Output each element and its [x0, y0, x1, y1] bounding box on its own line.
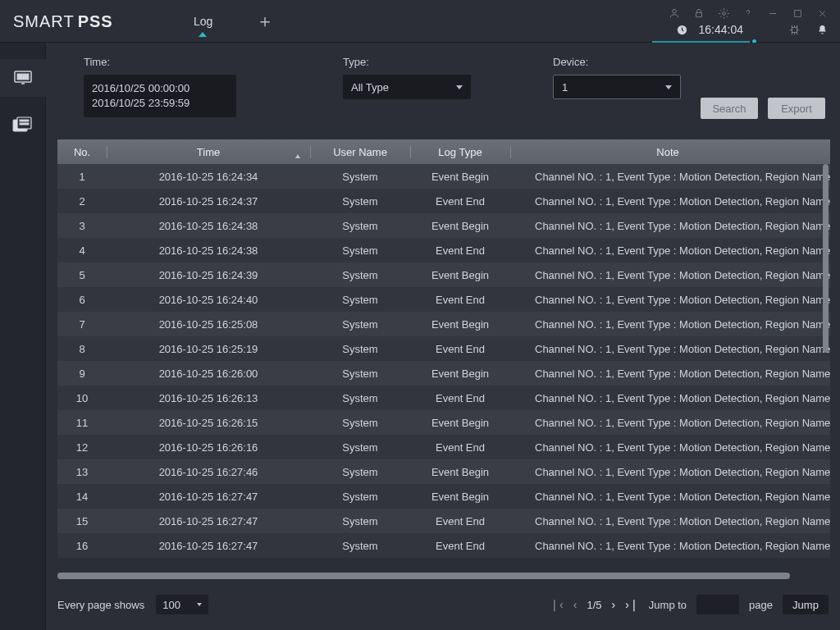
tab-log-label: Log	[194, 15, 212, 28]
page-first-icon[interactable]: ❘‹	[550, 598, 564, 611]
table-row[interactable]: 42016-10-25 16:24:38SystemEvent EndChann…	[57, 238, 830, 262]
cell-no: 11	[57, 417, 107, 429]
help-icon[interactable]	[742, 7, 755, 20]
cell-no: 4	[57, 244, 107, 257]
page-prev-icon[interactable]: ‹	[573, 598, 578, 611]
tab-log[interactable]: Log	[158, 0, 249, 43]
table-row[interactable]: 32016-10-25 16:24:38SystemEvent BeginCha…	[57, 213, 830, 238]
col-time[interactable]: Time	[107, 146, 310, 158]
cell-time: 2016-10-25 16:24:34	[107, 171, 310, 183]
svg-point-0	[673, 9, 677, 13]
cell-type: Event Begin	[410, 466, 510, 478]
tab-add-button[interactable]: ＋	[249, 0, 281, 43]
table-row[interactable]: 72016-10-25 16:25:08SystemEvent BeginCha…	[57, 312, 830, 336]
type-select-value: All Type	[351, 81, 389, 94]
export-button[interactable]: Export	[768, 98, 825, 119]
cell-user: System	[310, 294, 410, 306]
cell-no: 7	[57, 318, 107, 331]
table-row[interactable]: 152016-10-25 16:27:47SystemEvent EndChan…	[57, 509, 830, 533]
table-row[interactable]: 122016-10-25 16:26:16SystemEvent EndChan…	[57, 435, 830, 459]
cell-no: 8	[57, 343, 107, 355]
table-row[interactable]: 142016-10-25 16:27:47SystemEvent BeginCh…	[57, 484, 830, 509]
cell-no: 14	[57, 491, 107, 503]
horizontal-scrollbar[interactable]	[57, 573, 820, 579]
vertical-scrollbar[interactable]	[823, 164, 829, 571]
page-info: 1/5	[587, 599, 601, 611]
close-icon[interactable]	[815, 7, 829, 20]
cell-note: Channel NO. : 1, Event Type : Motion Det…	[510, 220, 830, 232]
cell-note: Channel NO. : 1, Event Type : Motion Det…	[510, 294, 830, 306]
page-last-icon[interactable]: ›❘	[625, 598, 639, 611]
table-row[interactable]: 102016-10-25 16:26:13SystemEvent EndChan…	[57, 386, 830, 410]
svg-rect-11	[20, 120, 29, 121]
col-user[interactable]: User Name	[310, 146, 410, 158]
title-bar: SMART PSS Log ＋ 16:44:04	[0, 0, 840, 43]
brand-word-2: PSS	[78, 12, 113, 31]
cell-no: 10	[57, 392, 107, 404]
cell-note: Channel NO. : 1, Event Type : Motion Det…	[510, 491, 830, 503]
table-row[interactable]: 132016-10-25 16:27:46SystemEvent BeginCh…	[57, 459, 830, 484]
table-row[interactable]: 22016-10-25 16:24:37SystemEvent EndChann…	[57, 189, 830, 213]
cell-note: Channel NO. : 1, Event Type : Motion Det…	[510, 368, 830, 380]
cell-type: Event Begin	[410, 368, 510, 380]
time-range-input[interactable]: 2016/10/25 00:00:00 2016/10/25 23:59:59	[84, 75, 236, 117]
cell-no: 1	[57, 171, 107, 183]
cell-type: Event Begin	[410, 417, 510, 429]
cell-type: Event Begin	[410, 269, 510, 281]
cell-time: 2016-10-25 16:26:00	[107, 368, 310, 380]
user-icon[interactable]	[668, 7, 681, 20]
cell-time: 2016-10-25 16:24:40	[107, 294, 310, 306]
table-row[interactable]: 52016-10-25 16:24:39SystemEvent BeginCha…	[57, 262, 830, 287]
filter-device-group: Device: 1	[553, 56, 681, 117]
jump-label: Jump to	[649, 599, 687, 611]
cell-note: Channel NO. : 1, Event Type : Motion Det…	[510, 540, 830, 552]
lock-icon[interactable]	[692, 7, 705, 20]
cell-time: 2016-10-25 16:25:19	[107, 343, 310, 355]
col-note[interactable]: Note	[510, 146, 830, 158]
rail-item-monitor[interactable]	[0, 59, 46, 97]
clock-icon	[676, 23, 689, 36]
gear-icon[interactable]	[717, 7, 730, 20]
brand-word-1: SMART	[13, 12, 75, 31]
cell-type: Event Begin	[410, 318, 510, 331]
cell-time: 2016-10-25 16:27:46	[107, 466, 310, 478]
minimize-icon[interactable]	[766, 7, 779, 20]
table-row[interactable]: 162016-10-25 16:27:47SystemEvent EndChan…	[57, 533, 830, 558]
cell-user: System	[310, 171, 410, 183]
table-row[interactable]: 82016-10-25 16:25:19SystemEvent EndChann…	[57, 336, 830, 361]
time-from: 2016/10/25 00:00:00	[92, 81, 228, 96]
svg-rect-1	[696, 12, 702, 16]
per-page-select[interactable]: 100	[156, 595, 208, 614]
bell-icon[interactable]	[815, 23, 829, 36]
cell-user: System	[310, 368, 410, 380]
search-button[interactable]: Search	[701, 98, 758, 119]
svg-point-2	[722, 11, 725, 15]
left-rail	[0, 43, 46, 630]
col-no[interactable]: No.	[57, 146, 107, 158]
col-type[interactable]: Log Type	[410, 146, 510, 158]
table-row[interactable]: 112016-10-25 16:26:15SystemEvent BeginCh…	[57, 410, 830, 435]
rail-item-device[interactable]	[10, 115, 36, 136]
cell-time: 2016-10-25 16:25:08	[107, 318, 310, 331]
cell-time: 2016-10-25 16:24:38	[107, 244, 310, 257]
table-row[interactable]: 12016-10-25 16:24:34SystemEvent BeginCha…	[57, 164, 830, 189]
jump-button[interactable]: Jump	[783, 595, 829, 614]
cell-type: Event End	[410, 195, 510, 208]
cell-type: Event End	[410, 244, 510, 257]
table-row[interactable]: 62016-10-25 16:24:40SystemEvent EndChann…	[57, 287, 830, 312]
type-select[interactable]: All Type	[343, 75, 471, 99]
device-select[interactable]: 1	[553, 75, 681, 99]
filter-device-label: Device:	[553, 56, 681, 68]
svg-rect-12	[20, 123, 29, 125]
cell-user: System	[310, 466, 410, 478]
cell-no: 9	[57, 368, 107, 380]
page-next-icon[interactable]: ›	[611, 598, 615, 611]
table-row[interactable]: 92016-10-25 16:26:00SystemEvent BeginCha…	[57, 361, 830, 386]
per-page: Every page shows 100	[57, 595, 208, 614]
titlebar-row1	[668, 7, 829, 20]
maximize-icon[interactable]	[791, 7, 804, 20]
jump-page-input[interactable]	[696, 595, 739, 614]
cpu-icon[interactable]	[788, 23, 801, 36]
table-footer: Every page shows 100 ❘‹ ‹ 1/5 › ›❘ Jump …	[57, 591, 829, 619]
chevron-down-icon	[456, 85, 463, 89]
